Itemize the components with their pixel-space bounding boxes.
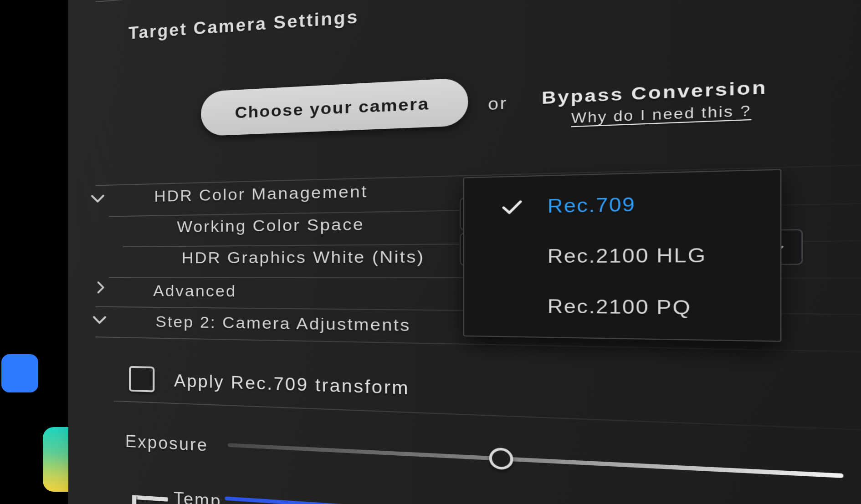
blue-swatch (1, 354, 38, 392)
section-advanced[interactable]: Advanced (153, 281, 236, 300)
menu-option-label: Rec.2100 HLG (548, 244, 707, 268)
hdr-graphics-white-label: HDR Graphics White (Nits) (182, 247, 425, 267)
working-color-space-menu: Rec.709 Rec.2100 HLG Rec.2100 PQ (463, 169, 782, 342)
or-text: or (488, 93, 507, 114)
temp-label: Temp (174, 489, 222, 504)
menu-option-label: Rec.2100 PQ (548, 295, 692, 319)
stage: Profile: Film Gen4 Choose your camera Ta… (0, 0, 861, 504)
chevron-down-icon[interactable] (88, 188, 107, 208)
menu-option-rec709[interactable]: Rec.709 (464, 176, 780, 233)
menu-option-rec2100-hlg[interactable]: Rec.2100 HLG (464, 229, 780, 282)
apply-rec709-checkbox[interactable] (129, 366, 154, 392)
chevron-right-icon[interactable] (92, 279, 109, 296)
temp-highlight-bracket (132, 495, 136, 504)
working-color-space-label: Working Color Space (177, 214, 364, 236)
chevron-down-icon[interactable] (90, 310, 109, 330)
menu-option-label: Rec.709 (548, 193, 636, 217)
checkmark-icon (499, 195, 525, 219)
color-settings-panel: Profile: Film Gen4 Choose your camera Ta… (68, 0, 861, 504)
menu-option-rec2100-pq[interactable]: Rec.2100 PQ (464, 281, 780, 335)
choose-camera-button-label: Choose your camera (235, 93, 430, 122)
